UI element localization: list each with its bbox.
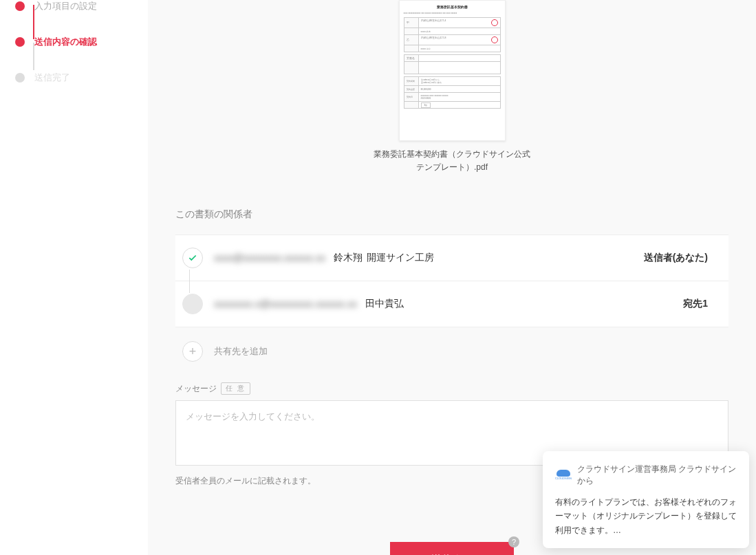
party-role: 宛先1 xyxy=(683,298,715,310)
plus-icon[interactable]: + xyxy=(182,341,203,362)
optional-badge: 任 意 xyxy=(221,382,250,395)
step-sidebar: 入力項目の設定 送信内容の確認 送信完了 xyxy=(0,0,148,555)
party-row-sender: xxxx@xxxxxxxx.xxxxxx.xx 鈴木翔 開運サイン工房 送信者(… xyxy=(175,235,728,281)
help-icon[interactable]: ? xyxy=(508,536,519,547)
party-email: xxxx@xxxxxxxx.xxxxxx.xx xyxy=(214,252,325,263)
document-thumbnail[interactable]: 業務委託基本契約書 xxxx xxxxxxxxxxxx xxx xxxxxx x… xyxy=(399,0,506,141)
step-label: 入力項目の設定 xyxy=(34,0,97,12)
document-filename: 業務委託基本契約書（クラウドサイン公式 テンプレート）.pdf xyxy=(374,148,530,174)
party-company: 開運サイン工房 xyxy=(367,252,434,264)
step-label: 送信内容の確認 xyxy=(34,36,97,48)
check-icon xyxy=(182,248,203,268)
document-preview: 業務委託基本契約書 xxxx xxxxxxxxxxxx xxx xxxxxx x… xyxy=(175,0,728,174)
add-share-row[interactable]: + 共有先を追加 xyxy=(175,327,728,376)
party-name: 鈴木翔 xyxy=(334,252,363,264)
popup-body: 有料のライトプランでは、お客様それぞれのフォーマット（オリジナルテンプレート）を… xyxy=(555,495,737,537)
cloudsign-logo-icon: CLOUDSIGN xyxy=(555,468,572,482)
party-row-recipient: xxxxxxxx.x@xxxxxxxxx.xxxxxx.xx 田中貴弘 宛先1 xyxy=(175,281,728,327)
notification-popup[interactable]: CLOUDSIGN クラウドサイン運営事務局 クラウドサインから 有料のライトプ… xyxy=(543,451,749,548)
step-input-settings[interactable]: 入力項目の設定 xyxy=(14,0,148,12)
popup-from: クラウドサイン運営事務局 クラウドサインから xyxy=(577,464,737,487)
step-send-complete: 送信完了 xyxy=(14,72,148,84)
party-list: xxxx@xxxxxxxx.xxxxxx.xx 鈴木翔 開運サイン工房 送信者(… xyxy=(175,235,728,327)
step-dot-icon xyxy=(15,1,25,11)
party-name: 田中貴弘 xyxy=(365,298,404,310)
step-confirm-contents[interactable]: 送信内容の確認 xyxy=(14,36,148,48)
step-label: 送信完了 xyxy=(34,72,70,84)
parties-section-title: この書類の関係者 xyxy=(175,208,728,221)
step-dot-icon xyxy=(15,73,25,83)
step-dot-icon xyxy=(15,37,25,47)
pending-icon xyxy=(182,294,203,314)
send-button[interactable]: 送信する ? xyxy=(390,542,514,555)
add-share-label: 共有先を追加 xyxy=(214,345,268,358)
party-email: xxxxxxxx.x@xxxxxxxxx.xxxxxx.xx xyxy=(214,298,357,309)
party-role: 送信者(あなた) xyxy=(644,252,715,264)
message-label: メッセージ xyxy=(175,383,217,395)
